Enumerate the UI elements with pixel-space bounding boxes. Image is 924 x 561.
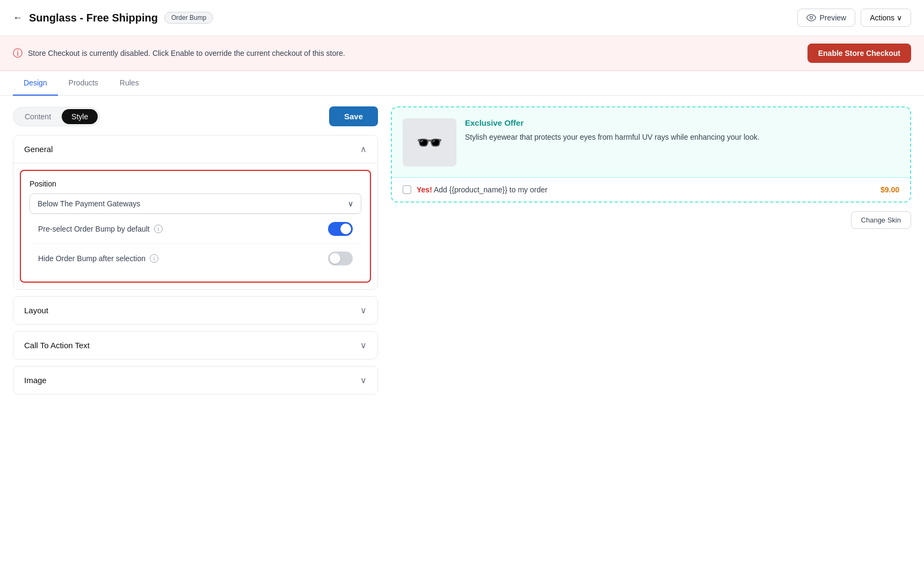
position-chevron-down-icon: ∨ (348, 199, 353, 208)
exclusive-offer-label: Exclusive Offer (465, 118, 899, 127)
cta-text: Yes! Add {{product_name}} to my order (417, 185, 548, 194)
product-description: Stylish eyewear that protects your eyes … (465, 132, 899, 143)
hide-toggle[interactable] (328, 251, 353, 265)
hide-toggle-knob (330, 253, 340, 264)
preview-card-bottom: Yes! Add {{product_name}} to my order $9… (392, 177, 910, 202)
price-tag: $9.00 (881, 185, 899, 194)
main-content: Content Style Save General ∧ Position Be… (0, 96, 924, 412)
style-tab[interactable]: Style (62, 109, 98, 124)
image-chevron-down-icon: ∨ (360, 375, 367, 385)
change-skin-button[interactable]: Change Skin (851, 211, 911, 229)
layout-chevron-down-icon: ∨ (360, 305, 367, 315)
actions-label: Actions ∨ (870, 13, 902, 22)
tab-products[interactable]: Products (58, 71, 109, 96)
tab-design[interactable]: Design (13, 71, 58, 96)
cta-chevron-down-icon: ∨ (360, 340, 367, 350)
layout-title: Layout (24, 306, 48, 315)
preselect-toggle-knob (340, 224, 351, 234)
general-chevron-up-icon: ∧ (360, 144, 367, 154)
content-tab[interactable]: Content (15, 109, 61, 124)
preselect-info-icon[interactable]: i (154, 225, 163, 233)
hide-order-bump-row: Hide Order Bump after selection i (30, 243, 361, 273)
eye-icon (806, 14, 816, 21)
actions-button[interactable]: Actions ∨ (861, 9, 911, 27)
left-panel: Content Style Save General ∧ Position Be… (13, 106, 378, 401)
cta-title: Call To Action Text (24, 341, 90, 350)
hide-label: Hide Order Bump after selection (38, 254, 145, 263)
preview-card-top: 🕶️ Exclusive Offer Stylish eyewear that … (392, 107, 910, 177)
layout-section: Layout ∨ (13, 296, 378, 325)
preselect-row: Pre-select Order Bump by default i (30, 214, 361, 243)
preview-card: 🕶️ Exclusive Offer Stylish eyewear that … (391, 106, 911, 203)
alert-banner: ⓘ Store Checkout is currently disabled. … (0, 36, 924, 71)
product-info: Exclusive Offer Stylish eyewear that pro… (465, 118, 899, 143)
order-bump-badge: Order Bump (164, 12, 213, 24)
cta-accordion-header[interactable]: Call To Action Text ∨ (13, 332, 377, 359)
image-title: Image (24, 376, 47, 385)
preview-button[interactable]: Preview (797, 9, 855, 27)
cta-section: Call To Action Text ∨ (13, 331, 378, 359)
image-accordion-header[interactable]: Image ∨ (13, 366, 377, 394)
content-style-toggle: Content Style (13, 107, 100, 126)
image-section: Image ∨ (13, 366, 378, 394)
general-accordion-header[interactable]: General ∧ (13, 135, 377, 163)
header-right: Preview Actions ∨ (797, 9, 911, 27)
header-left: ← Sunglass - Free Shipping Order Bump (13, 12, 213, 24)
alert-banner-left: ⓘ Store Checkout is currently disabled. … (13, 47, 345, 60)
cta-yes: Yes! (417, 185, 432, 194)
layout-accordion-header[interactable]: Layout ∨ (13, 297, 377, 324)
hide-label-group: Hide Order Bump after selection i (38, 254, 158, 263)
header: ← Sunglass - Free Shipping Order Bump Pr… (0, 0, 924, 36)
tabs-container: Design Products Rules (0, 71, 924, 96)
position-value: Below The Payment Gateways (38, 199, 140, 208)
hide-info-icon[interactable]: i (150, 254, 158, 263)
checkbox-row: Yes! Add {{product_name}} to my order (403, 185, 548, 194)
general-title: General (24, 145, 53, 154)
position-select[interactable]: Below The Payment Gateways ∨ (30, 193, 361, 214)
svg-point-0 (810, 17, 813, 19)
position-section: Position Below The Payment Gateways ∨ Pr… (20, 170, 371, 283)
enable-store-checkout-button[interactable]: Enable Store Checkout (807, 44, 911, 63)
sunglasses-icon: 🕶️ (416, 130, 443, 155)
add-to-order-checkbox[interactable] (403, 185, 411, 194)
cta-middle: Add {{product_name}} to my order (432, 185, 548, 194)
back-button[interactable]: ← (13, 12, 23, 24)
right-panel: 🕶️ Exclusive Offer Stylish eyewear that … (391, 106, 911, 401)
save-button[interactable]: Save (329, 106, 378, 126)
alert-icon: ⓘ (13, 47, 23, 60)
page-title: Sunglass - Free Shipping (29, 12, 158, 24)
general-section: General ∧ Position Below The Payment Gat… (13, 135, 378, 290)
preselect-label-group: Pre-select Order Bump by default i (38, 225, 163, 233)
product-image: 🕶️ (403, 118, 456, 167)
preselect-toggle[interactable] (328, 222, 353, 236)
alert-text: Store Checkout is currently disabled. Cl… (28, 49, 345, 57)
toolbar: Content Style Save (13, 106, 378, 126)
preview-label: Preview (819, 13, 846, 22)
general-accordion-body: Position Below The Payment Gateways ∨ Pr… (13, 163, 377, 283)
position-label: Position (30, 179, 361, 188)
tab-rules[interactable]: Rules (109, 71, 150, 96)
preselect-label: Pre-select Order Bump by default (38, 225, 150, 233)
